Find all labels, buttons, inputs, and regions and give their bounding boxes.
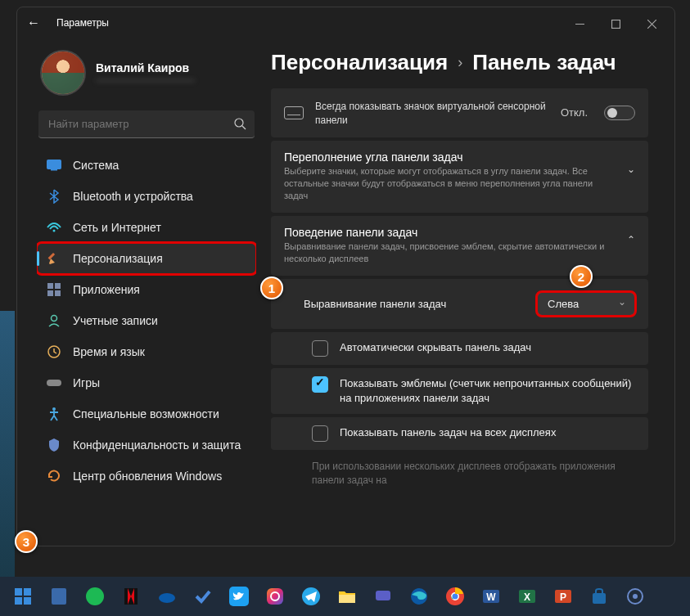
main-panel: Персонализация › Панель задач Всегда пок… bbox=[263, 40, 674, 546]
svg-point-44 bbox=[633, 594, 638, 599]
profile-block[interactable]: Виталий Каиров ——————————— bbox=[37, 47, 256, 110]
accessibility-icon bbox=[47, 407, 61, 421]
time-icon bbox=[47, 344, 61, 359]
taskbar-app-telegram[interactable] bbox=[295, 580, 327, 613]
sidebar-item-privacy[interactable]: Конфиденциальность и защита bbox=[37, 429, 256, 461]
sidebar-item-personalization[interactable]: Персонализация bbox=[37, 243, 256, 274]
taskbar-app-chat[interactable] bbox=[367, 580, 399, 613]
all-displays-checkbox[interactable] bbox=[312, 425, 328, 442]
sidebar-item-label: Bluetooth и устройства bbox=[73, 190, 193, 203]
svg-text:P: P bbox=[560, 591, 566, 603]
sidebar-item-update[interactable]: Центр обновления Windows bbox=[37, 461, 256, 492]
svg-rect-16 bbox=[47, 380, 61, 386]
taskbar-app-chrome[interactable] bbox=[439, 580, 471, 613]
apps-icon bbox=[47, 282, 61, 297]
svg-point-23 bbox=[86, 587, 104, 605]
taskbar-app-excel[interactable]: X bbox=[511, 580, 543, 613]
svg-rect-7 bbox=[51, 169, 57, 171]
sidebar-item-system[interactable]: Система bbox=[37, 150, 256, 181]
nav-list: Система Bluetooth и устройства Сеть и Ин… bbox=[37, 150, 256, 546]
taskbar-app-settings[interactable] bbox=[619, 580, 652, 613]
sidebar-item-label: Учетные записи bbox=[73, 314, 158, 327]
sidebar-item-gaming[interactable]: Игры bbox=[37, 367, 256, 398]
taskbar-app-todo[interactable] bbox=[187, 580, 219, 613]
profile-name: Виталий Каиров bbox=[96, 61, 195, 74]
bluetooth-icon bbox=[47, 189, 61, 204]
annotation-marker-3: 3 bbox=[15, 530, 38, 553]
svg-rect-18 bbox=[15, 588, 22, 596]
taskbar-app-calc[interactable] bbox=[43, 580, 75, 613]
sidebar-item-accounts[interactable]: Учетные записи bbox=[37, 305, 256, 336]
row-badges[interactable]: Показывать эмблемы (счетчик непрочитанны… bbox=[271, 368, 648, 414]
row-touchpad-icon[interactable]: Всегда показывать значок виртуальной сен… bbox=[271, 88, 648, 137]
maximize-button[interactable] bbox=[598, 11, 634, 36]
sidebar-item-time[interactable]: Время и язык bbox=[37, 336, 256, 367]
system-icon bbox=[47, 158, 61, 173]
app-title: Параметры bbox=[56, 17, 109, 29]
privacy-icon bbox=[47, 438, 61, 452]
sidebar-item-accessibility[interactable]: Специальные возможности bbox=[37, 398, 256, 429]
svg-point-4 bbox=[235, 119, 243, 127]
row-alignment: Выравнивание панели задач Слева bbox=[271, 279, 648, 329]
sidebar-item-label: Приложения bbox=[73, 283, 140, 296]
svg-point-14 bbox=[52, 316, 57, 321]
sidebar-item-label: Система bbox=[73, 159, 119, 172]
sidebar-item-bluetooth[interactable]: Bluetooth и устройства bbox=[37, 181, 256, 212]
chevron-up-icon: ⌃ bbox=[627, 234, 635, 245]
taskbar-app-explorer[interactable] bbox=[331, 580, 363, 613]
taskbar-app-onedrive[interactable] bbox=[151, 580, 183, 613]
autohide-checkbox[interactable] bbox=[312, 340, 328, 357]
svg-rect-12 bbox=[47, 290, 53, 296]
personalization-icon bbox=[47, 251, 61, 266]
chevron-right-icon: › bbox=[458, 54, 462, 71]
titlebar bbox=[17, 7, 674, 40]
svg-rect-11 bbox=[55, 283, 61, 289]
taskbar-app-twitter[interactable] bbox=[223, 580, 255, 613]
back-button[interactable]: ← bbox=[27, 16, 40, 30]
search-input[interactable] bbox=[38, 110, 255, 138]
breadcrumb: Персонализация › Панель задач bbox=[271, 47, 655, 88]
avatar bbox=[40, 50, 86, 96]
badges-checkbox[interactable] bbox=[312, 376, 328, 393]
row-autohide[interactable]: Автоматически скрывать панель задач bbox=[271, 332, 648, 365]
svg-rect-31 bbox=[376, 591, 390, 600]
taskbar-app-word[interactable]: W bbox=[475, 580, 507, 613]
sidebar-item-label: Специальные возможности bbox=[73, 407, 219, 420]
taskbar-app-store[interactable] bbox=[583, 580, 616, 613]
touchpad-toggle[interactable] bbox=[604, 106, 635, 120]
taskbar-app-spotify[interactable] bbox=[79, 580, 111, 613]
sidebar-item-label: Конфиденциальность и защита bbox=[73, 438, 241, 452]
taskbar-app-instagram[interactable] bbox=[259, 580, 291, 613]
sidebar-item-label: Время и язык bbox=[73, 345, 145, 358]
svg-rect-22 bbox=[52, 588, 66, 605]
sidebar-item-label: Сеть и Интернет bbox=[73, 221, 161, 234]
row-all-displays[interactable]: Показывать панель задач на всех дисплеях bbox=[271, 417, 648, 450]
svg-text:X: X bbox=[524, 591, 530, 603]
minimize-button[interactable] bbox=[561, 11, 598, 36]
svg-rect-9 bbox=[48, 253, 55, 259]
breadcrumb-level1[interactable]: Персонализация bbox=[271, 50, 448, 75]
close-button[interactable] bbox=[634, 11, 670, 36]
breadcrumb-level2: Панель задач bbox=[472, 50, 616, 75]
svg-rect-27 bbox=[267, 588, 283, 605]
sidebar-item-apps[interactable]: Приложения bbox=[37, 274, 256, 305]
svg-point-17 bbox=[52, 407, 56, 411]
taskbar-app-netflix[interactable] bbox=[115, 580, 147, 613]
annotation-marker-1: 1 bbox=[260, 277, 283, 299]
taskbar-app-powerpoint[interactable]: P bbox=[547, 580, 580, 613]
sidebar-item-network[interactable]: Сеть и Интернет bbox=[37, 212, 256, 243]
alignment-dropdown[interactable]: Слева bbox=[537, 292, 635, 316]
svg-rect-6 bbox=[47, 160, 61, 169]
svg-point-25 bbox=[159, 593, 175, 603]
accounts-icon bbox=[47, 313, 61, 328]
svg-point-35 bbox=[453, 594, 458, 600]
search-box[interactable] bbox=[38, 110, 255, 138]
svg-rect-10 bbox=[47, 283, 53, 289]
taskbar-app-edge[interactable] bbox=[403, 580, 435, 613]
row-behavior[interactable]: Поведение панели задач Выравнивание пане… bbox=[271, 216, 648, 276]
network-icon bbox=[47, 220, 61, 235]
row-overflow[interactable]: Переполнение угла панели задач Выберите … bbox=[271, 141, 648, 213]
start-button[interactable] bbox=[7, 580, 39, 613]
taskbar[interactable]: W X P bbox=[0, 577, 690, 616]
multi-display-note: При использовании нескольких дисплеев от… bbox=[271, 453, 648, 494]
